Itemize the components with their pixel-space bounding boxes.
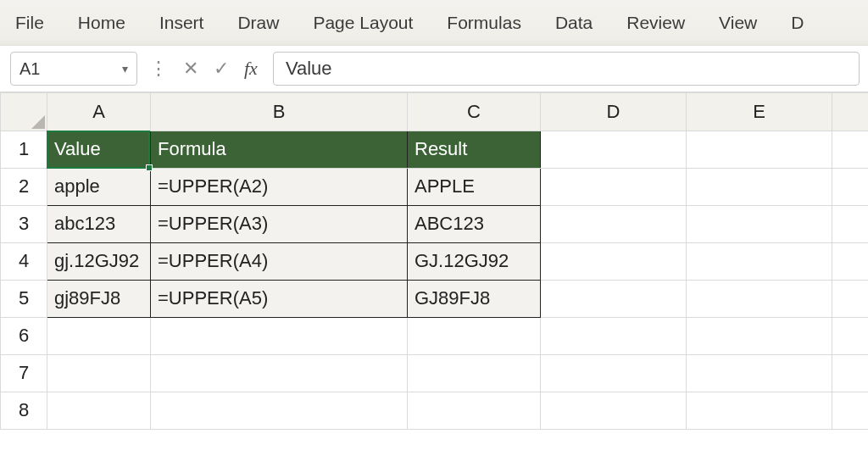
name-box[interactable]: A1 ▾ xyxy=(10,52,137,86)
cell-C4[interactable]: GJ.12GJ92 xyxy=(408,242,541,280)
cell-F1[interactable] xyxy=(832,131,869,168)
col-header-C[interactable]: C xyxy=(408,93,541,131)
cell-C7[interactable] xyxy=(408,354,541,392)
cell-B5[interactable]: =UPPER(A5) xyxy=(151,280,408,317)
cell-C6[interactable] xyxy=(408,317,541,354)
accept-formula-icon[interactable]: ✓ xyxy=(214,58,229,80)
cell-A6[interactable] xyxy=(47,317,151,354)
cell-B6[interactable] xyxy=(151,317,408,354)
cell-B1[interactable]: Formula xyxy=(151,131,408,168)
row-header-6[interactable]: 6 xyxy=(1,317,47,354)
cell-A3[interactable]: abc123 xyxy=(47,205,151,242)
cell-D4[interactable] xyxy=(541,242,687,280)
tab-data[interactable]: Data xyxy=(555,13,593,33)
cell-A1[interactable]: Value xyxy=(47,131,151,168)
tab-draw[interactable]: Draw xyxy=(237,13,279,33)
vertical-dots-icon[interactable]: ⋮ xyxy=(149,58,168,80)
select-all-triangle[interactable] xyxy=(1,93,47,131)
ribbon-tabs: File Home Insert Draw Page Layout Formul… xyxy=(0,0,868,46)
cell-C5[interactable]: GJ89FJ8 xyxy=(408,280,541,317)
cell-D6[interactable] xyxy=(541,317,687,354)
col-header-cutoff[interactable] xyxy=(832,93,869,131)
row-header-4[interactable]: 4 xyxy=(1,242,47,280)
tab-home[interactable]: Home xyxy=(78,13,125,33)
cell-C2[interactable]: APPLE xyxy=(408,168,541,205)
cell-A8[interactable] xyxy=(47,392,151,429)
tab-formulas[interactable]: Formulas xyxy=(447,13,521,33)
spreadsheet-grid[interactable]: A B C D E 1 Value Formula Result 2 apple… xyxy=(0,93,868,430)
tab-review[interactable]: Review xyxy=(626,13,685,33)
tab-view[interactable]: View xyxy=(719,13,757,33)
cell-E7[interactable] xyxy=(687,354,832,392)
cell-C3[interactable]: ABC123 xyxy=(408,205,541,242)
cell-A7[interactable] xyxy=(47,354,151,392)
row-header-1[interactable]: 1 xyxy=(1,131,47,168)
cell-E5[interactable] xyxy=(687,280,832,317)
cell-F5[interactable] xyxy=(832,280,869,317)
fx-icon[interactable]: fx xyxy=(244,58,258,80)
formula-bar[interactable]: Value xyxy=(273,52,860,86)
cell-F2[interactable] xyxy=(832,168,869,205)
row-header-2[interactable]: 2 xyxy=(1,168,47,205)
cell-B4[interactable]: =UPPER(A4) xyxy=(151,242,408,280)
col-header-E[interactable]: E xyxy=(687,93,832,131)
cell-F7[interactable] xyxy=(832,354,869,392)
cell-D5[interactable] xyxy=(541,280,687,317)
cell-F3[interactable] xyxy=(832,205,869,242)
cell-F6[interactable] xyxy=(832,317,869,354)
cell-D3[interactable] xyxy=(541,205,687,242)
cell-F8[interactable] xyxy=(832,392,869,429)
cell-A4[interactable]: gj.12GJ92 xyxy=(47,242,151,280)
svg-marker-0 xyxy=(31,115,45,129)
cell-D1[interactable] xyxy=(541,131,687,168)
cell-A2[interactable]: apple xyxy=(47,168,151,205)
col-header-B[interactable]: B xyxy=(151,93,408,131)
cell-E2[interactable] xyxy=(687,168,832,205)
formula-bar-controls: ⋮ ✕ ✓ fx xyxy=(147,58,263,80)
cell-B7[interactable] xyxy=(151,354,408,392)
cancel-formula-icon[interactable]: ✕ xyxy=(183,58,198,80)
cell-E4[interactable] xyxy=(687,242,832,280)
tab-file[interactable]: File xyxy=(15,13,44,33)
formula-bar-row: A1 ▾ ⋮ ✕ ✓ fx Value xyxy=(0,46,868,93)
tab-insert[interactable]: Insert xyxy=(159,13,204,33)
chevron-down-icon[interactable]: ▾ xyxy=(122,62,128,75)
row-header-8[interactable]: 8 xyxy=(1,392,47,429)
cell-C8[interactable] xyxy=(408,392,541,429)
cell-A5[interactable]: gj89FJ8 xyxy=(47,280,151,317)
cell-B8[interactable] xyxy=(151,392,408,429)
row-header-3[interactable]: 3 xyxy=(1,205,47,242)
cell-D7[interactable] xyxy=(541,354,687,392)
tab-cutoff[interactable]: D xyxy=(791,13,804,33)
cell-E8[interactable] xyxy=(687,392,832,429)
row-header-7[interactable]: 7 xyxy=(1,354,47,392)
tab-page-layout[interactable]: Page Layout xyxy=(313,13,413,33)
cell-B2[interactable]: =UPPER(A2) xyxy=(151,168,408,205)
cell-C1[interactable]: Result xyxy=(408,131,541,168)
cell-E1[interactable] xyxy=(687,131,832,168)
cell-B3[interactable]: =UPPER(A3) xyxy=(151,205,408,242)
cell-D8[interactable] xyxy=(541,392,687,429)
row-header-5[interactable]: 5 xyxy=(1,280,47,317)
cell-E6[interactable] xyxy=(687,317,832,354)
col-header-D[interactable]: D xyxy=(541,93,687,131)
cell-F4[interactable] xyxy=(832,242,869,280)
formula-bar-value: Value xyxy=(286,58,332,80)
cell-D2[interactable] xyxy=(541,168,687,205)
name-box-value: A1 xyxy=(19,59,40,79)
col-header-A[interactable]: A xyxy=(47,93,151,131)
cell-E3[interactable] xyxy=(687,205,832,242)
